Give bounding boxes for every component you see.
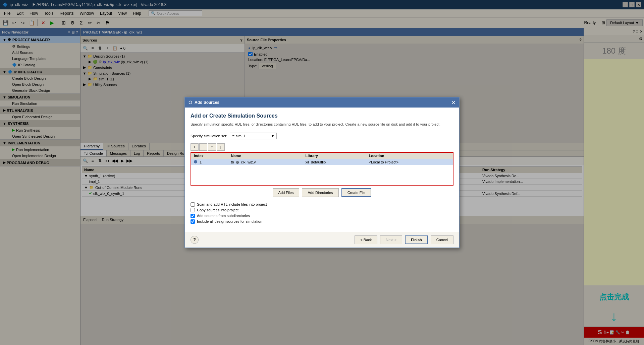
checkbox-subdirs[interactable] [191, 214, 195, 218]
modal-move-up-btn[interactable]: ↑ [208, 143, 216, 151]
checkbox-include[interactable] [191, 219, 195, 224]
cancel-button[interactable]: Cancel [431, 235, 453, 244]
next-button[interactable]: Next > [380, 235, 402, 244]
create-file-button[interactable]: Create File [341, 188, 372, 197]
checkbox-scan[interactable] [191, 202, 195, 207]
modal-remove-file-btn[interactable]: − [199, 143, 207, 151]
modal-move-down-btn[interactable]: ↓ [217, 143, 225, 151]
modal-heading: Add or Create Simulation Sources [191, 113, 453, 119]
modal-sim-set-select[interactable]: ≡ sim_1 ▼ [230, 133, 277, 139]
col-location: Location [366, 153, 453, 159]
finish-button[interactable]: Finish [405, 235, 428, 244]
add-files-button[interactable]: Add Files [273, 188, 300, 197]
checkbox-copy[interactable] [191, 208, 195, 212]
add-directories-button[interactable]: Add Directories [302, 188, 338, 197]
modal-file-toolbar: + − ↑ ↓ [191, 143, 453, 151]
back-button[interactable]: < Back [355, 235, 377, 244]
modal-add-file-btn[interactable]: + [191, 143, 199, 151]
checkbox-row-scan: Scan and add RTL include files into proj… [191, 202, 453, 207]
modal-footer-buttons: < Back Next > Finish Cancel [355, 235, 453, 244]
sim-set-icon: ≡ [232, 134, 234, 138]
modal-action-buttons: Add Files Add Directories Create File [191, 188, 453, 197]
file-table: Index Name Library Location 1 tb_ [191, 153, 453, 165]
modal-sim-set-row: Specify simulation set: ≡ sim_1 ▼ [191, 133, 453, 139]
col-file-name: Name [228, 153, 303, 159]
checkbox-row-include: Include all design sources for simulatio… [191, 219, 453, 224]
col-idx: Index [191, 153, 228, 159]
add-sources-modal: ⬡ Add Sources ✕ Add or Create Simulation… [184, 97, 460, 248]
checkbox-row-subdirs: Add sources from subdirectories [191, 214, 453, 218]
modal-overlay[interactable]: ⬡ Add Sources ✕ Add or Create Simulation… [0, 0, 644, 345]
checkbox-row-copy: Copy sources into project [191, 208, 453, 212]
file-table-row[interactable]: 1 tb_ip_clk_wiz.v xil_defaultlib <Local … [191, 159, 453, 165]
modal-title-bar: ⬡ Add Sources ✕ [185, 97, 459, 108]
file-selected-dot [194, 160, 197, 163]
modal-close-button[interactable]: ✕ [451, 99, 455, 106]
modal-footer: ? < Back Next > Finish Cancel [185, 232, 459, 248]
col-library: Library [303, 153, 366, 159]
modal-description: Specify simulation specific HDL files, o… [191, 122, 453, 127]
file-table-container: Index Name Library Location 1 tb_ [191, 152, 453, 186]
sim-select-chevron: ▼ [271, 134, 275, 138]
modal-title-icon: ⬡ [189, 100, 192, 105]
modal-body: Add or Create Simulation Sources Specify… [185, 108, 459, 232]
modal-sim-set-label: Specify simulation set: [191, 134, 227, 138]
modal-options: Scan and add RTL include files into proj… [191, 202, 453, 224]
modal-help-button[interactable]: ? [191, 236, 199, 244]
